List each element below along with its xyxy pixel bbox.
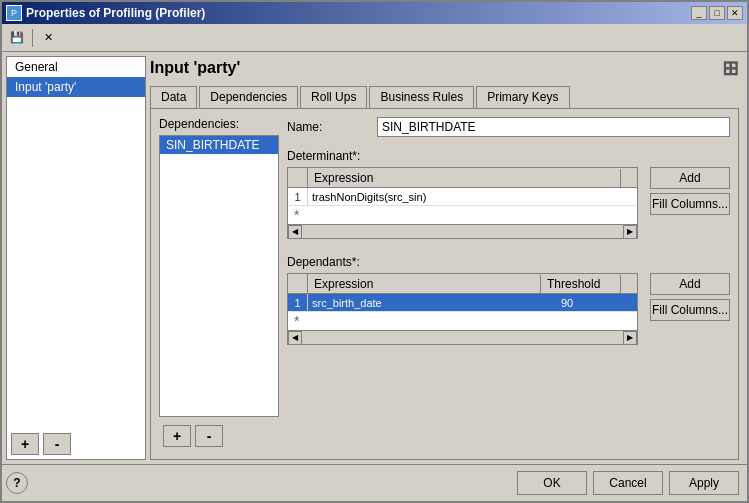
dependants-star-row[interactable]: * [288, 312, 637, 330]
name-input[interactable] [377, 117, 730, 137]
help-button[interactable]: ? [6, 472, 28, 494]
sidebar: General Input 'party' + - [6, 56, 146, 460]
sidebar-add-remove: + - [7, 429, 145, 459]
window-title: Properties of Profiling (Profiler) [26, 6, 687, 20]
tabs: Data Dependencies Roll Ups Business Rule… [150, 86, 739, 108]
tab-data[interactable]: Data [150, 86, 197, 108]
cancel-button[interactable]: Cancel [593, 471, 663, 495]
row-num-1: 1 [288, 188, 308, 205]
minimize-button[interactable]: _ [691, 6, 707, 20]
sidebar-item-input-party[interactable]: Input 'party' [7, 77, 145, 97]
close-button[interactable]: ✕ [727, 6, 743, 20]
dep-expression-col-header: Expression [308, 275, 541, 293]
threshold-cell-1: 90 [557, 296, 637, 310]
name-label: Name: [287, 120, 377, 134]
determinant-label: Determinant*: [287, 149, 730, 163]
determinant-hscroll[interactable]: ◀ ▶ [288, 224, 637, 238]
dependants-section: Dependants*: Expression Threshold [287, 255, 730, 347]
dependants-side-buttons: Add Fill Columns... [650, 273, 730, 347]
dependants-grid-header: Expression Threshold [288, 274, 637, 294]
determinant-grid-body: 1 trashNonDigits(src_sin) * [288, 188, 637, 224]
determinant-add-button[interactable]: Add [650, 167, 730, 189]
right-panel: Input 'party' ⊞ Data Dependencies Roll U… [150, 52, 747, 464]
hscroll-left-btn[interactable]: ◀ [288, 225, 302, 239]
dependency-item-sin-birthdate[interactable]: SIN_BIRTHDATE [160, 136, 278, 154]
window-icon: P [6, 5, 22, 21]
bottom-left: ? [6, 472, 28, 494]
toolbar: 💾 ✕ [2, 24, 747, 52]
expression-cell-1: trashNonDigits(src_sin) [308, 190, 637, 204]
hscroll-right-btn[interactable]: ▶ [623, 225, 637, 239]
dep-expression-cell-1: src_birth_date [308, 296, 557, 310]
title-bar-buttons: _ □ ✕ [691, 6, 743, 20]
main-window: P Properties of Profiling (Profiler) _ □… [0, 0, 749, 503]
dependants-fill-columns-button[interactable]: Fill Columns... [650, 299, 730, 321]
dep-hscroll-left-btn[interactable]: ◀ [288, 331, 302, 345]
add-sidebar-item-button[interactable]: + [11, 433, 39, 455]
expression-col-header: Expression [308, 169, 621, 187]
panel-title: Input 'party' [150, 59, 240, 77]
title-bar: P Properties of Profiling (Profiler) _ □… [2, 2, 747, 24]
maximize-button[interactable]: □ [709, 6, 725, 20]
determinant-row-1[interactable]: 1 trashNonDigits(src_sin) [288, 188, 637, 206]
save-button[interactable]: 💾 [6, 27, 28, 49]
dependant-row-1[interactable]: 1 src_birth_date 90 [288, 294, 637, 312]
grid-icon: ⊞ [722, 56, 739, 80]
dependants-add-button[interactable]: Add [650, 273, 730, 295]
tab-rollups[interactable]: Roll Ups [300, 86, 367, 108]
main-content: General Input 'party' + - Input 'party' … [2, 52, 747, 464]
bottom-bar: ? OK Cancel Apply [2, 464, 747, 501]
dep-list-add-remove: + - [159, 421, 279, 451]
determinant-section: Determinant*: Expression [287, 149, 730, 241]
dep-hscroll-right-btn[interactable]: ▶ [623, 331, 637, 345]
tab-primary-keys[interactable]: Primary Keys [476, 86, 569, 108]
ok-button[interactable]: OK [517, 471, 587, 495]
dep-row-num-1: 1 [288, 294, 308, 311]
panel-header: Input 'party' ⊞ [150, 56, 739, 80]
add-dep-button[interactable]: + [163, 425, 191, 447]
determinant-star-row[interactable]: * [288, 206, 637, 224]
dependencies-label: Dependencies: [159, 117, 279, 131]
bottom-right: OK Cancel Apply [517, 471, 739, 495]
save-icon: 💾 [10, 31, 24, 44]
dependants-grid: Expression Threshold 1 src_birth_date [287, 273, 638, 345]
threshold-col-header: Threshold [541, 275, 621, 293]
name-row: Name: [287, 117, 730, 137]
remove-sidebar-item-button[interactable]: - [43, 433, 71, 455]
dependants-grid-body: 1 src_birth_date 90 * [288, 294, 637, 330]
delete-icon: ✕ [44, 31, 53, 44]
tab-content-dependencies: Dependencies: SIN_BIRTHDATE + - [150, 108, 739, 460]
remove-dep-button[interactable]: - [195, 425, 223, 447]
tab-business-rules[interactable]: Business Rules [369, 86, 474, 108]
determinant-grid: Expression 1 trashNonDigits(src_sin) [287, 167, 638, 239]
delete-button[interactable]: ✕ [37, 27, 59, 49]
determinant-fill-columns-button[interactable]: Fill Columns... [650, 193, 730, 215]
determinant-grid-header: Expression [288, 168, 637, 188]
determinant-side-buttons: Add Fill Columns... [650, 167, 730, 241]
tab-dependencies[interactable]: Dependencies [199, 86, 298, 108]
dependency-list: SIN_BIRTHDATE [159, 135, 279, 417]
dependants-label: Dependants*: [287, 255, 730, 269]
apply-button[interactable]: Apply [669, 471, 739, 495]
toolbar-separator [32, 29, 33, 47]
sidebar-item-general[interactable]: General [7, 57, 145, 77]
dependants-hscroll[interactable]: ◀ ▶ [288, 330, 637, 344]
